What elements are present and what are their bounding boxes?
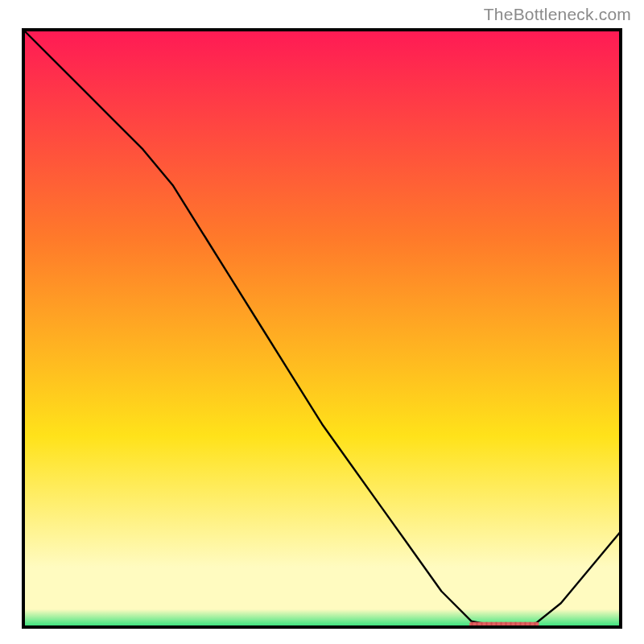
chart-svg (22, 28, 622, 629)
plot-area (22, 28, 622, 629)
attribution-text: TheBottleneck.com (484, 5, 631, 24)
chart-container: TheBottleneck.com (0, 0, 644, 644)
